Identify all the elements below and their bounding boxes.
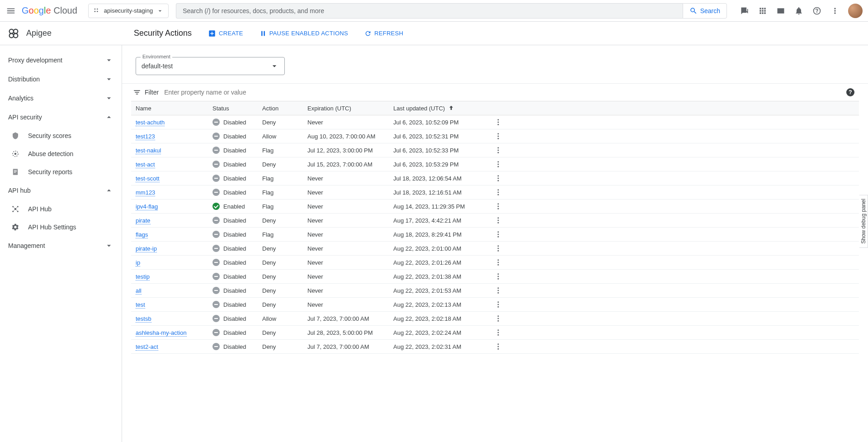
nav-item[interactable]: Security reports (0, 163, 122, 181)
nav-section[interactable]: API security (0, 108, 122, 127)
google-cloud-logo[interactable]: Google Cloud (22, 5, 77, 16)
svg-point-29 (498, 150, 499, 151)
row-menu-button[interactable] (493, 145, 504, 156)
disabled-icon (212, 273, 220, 280)
action-name-link[interactable]: test-act (136, 161, 155, 168)
disabled-icon (212, 147, 220, 154)
row-menu-button[interactable] (493, 257, 504, 268)
nav-section[interactable]: Management (0, 236, 122, 255)
row-menu-button[interactable] (493, 187, 504, 198)
search-button[interactable]: Search (683, 3, 727, 19)
action-name-link[interactable]: test-nakul (136, 147, 161, 154)
action-name-link[interactable]: testsb (136, 315, 151, 323)
row-menu-button[interactable] (493, 313, 504, 324)
action-name-link[interactable]: test (136, 301, 145, 309)
filter-input[interactable] (164, 89, 841, 96)
table-row: test-act Disabled Deny Jul 15, 2023, 7:0… (131, 157, 859, 171)
svg-point-71 (498, 346, 499, 347)
svg-point-64 (498, 315, 499, 317)
col-status[interactable]: Status (212, 105, 262, 112)
action-name-link[interactable]: flags (136, 231, 148, 238)
nav-section[interactable]: Distribution (0, 70, 122, 89)
svg-point-63 (498, 306, 499, 308)
action-name-link[interactable]: test-scott (136, 175, 160, 182)
action-name-link[interactable]: test-achuth (136, 119, 165, 126)
row-menu-button[interactable] (493, 173, 504, 184)
action-cell: Flag (262, 203, 307, 210)
svg-point-12 (14, 153, 17, 155)
svg-point-23 (498, 122, 499, 123)
row-menu-button[interactable] (493, 131, 504, 142)
col-name[interactable]: Name (136, 105, 212, 112)
status-cell: Disabled (212, 189, 262, 196)
svg-point-6 (9, 33, 14, 38)
nav-item[interactable]: Security scores (0, 127, 122, 145)
svg-point-22 (498, 119, 499, 120)
menu-icon[interactable] (5, 5, 16, 16)
table-row: test-achuth Disabled Deny Never Jul 6, 2… (131, 115, 859, 129)
help-icon[interactable] (812, 6, 822, 16)
top-bar: Google Cloud apisecurity-staging Search … (0, 0, 868, 22)
action-name-link[interactable]: ipv4-flag (136, 203, 158, 210)
action-cell: Deny (262, 259, 307, 266)
action-name-link[interactable]: test123 (136, 133, 155, 140)
assistant-icon[interactable] (740, 6, 750, 16)
row-menu-button[interactable] (493, 299, 504, 310)
svg-point-27 (498, 138, 499, 139)
pause-button[interactable]: PAUSE ENABLED ACTIONS (259, 30, 348, 37)
nav-section[interactable]: Proxy development (0, 51, 122, 70)
action-name-link[interactable]: pirate (136, 217, 151, 224)
notifications-icon[interactable] (794, 6, 804, 16)
action-name-link[interactable]: test2-act (136, 343, 158, 351)
row-menu-button[interactable] (493, 117, 504, 128)
row-menu-button[interactable] (493, 341, 504, 352)
action-name-link[interactable]: ashlesha-my-action (136, 329, 187, 337)
expiration-cell: Never (307, 119, 393, 126)
table-row: pirate-ip Disabled Deny Never Aug 22, 20… (131, 242, 859, 256)
environment-select[interactable]: Environment default-test (136, 57, 285, 75)
col-updated[interactable]: Last updated (UTC) (393, 105, 493, 112)
create-button[interactable]: CREATE (208, 29, 243, 38)
table-row: test-scott Disabled Flag Never Jul 18, 2… (131, 171, 859, 185)
expiration-cell: Jul 28, 2023, 5:00:00 PM (307, 329, 393, 336)
action-cell: Deny (262, 245, 307, 252)
page-title-row: Security Actions CREATE PAUSE ENABLED AC… (122, 29, 403, 38)
action-name-link[interactable]: testip (136, 273, 150, 280)
row-menu-button[interactable] (493, 285, 504, 296)
cloud-shell-icon[interactable] (776, 6, 786, 16)
row-menu-button[interactable] (493, 229, 504, 240)
row-menu-button[interactable] (493, 327, 504, 338)
svg-point-46 (498, 231, 499, 233)
row-menu-button[interactable] (493, 201, 504, 212)
project-selector[interactable]: apisecurity-staging (88, 4, 169, 18)
row-menu-button[interactable] (493, 159, 504, 170)
search-wrap: Search (/) for resources, docs, products… (176, 3, 727, 19)
nav-item[interactable]: API Hub (0, 200, 122, 218)
nav-section[interactable]: API hub (0, 181, 122, 200)
enabled-icon (212, 203, 220, 210)
filter-help-icon[interactable]: ? (846, 88, 854, 96)
pause-label: PAUSE ENABLED ACTIONS (269, 30, 348, 37)
action-name-link[interactable]: ip (136, 259, 140, 266)
status-cell: Disabled (212, 175, 262, 182)
row-menu-button[interactable] (493, 215, 504, 226)
filter-label: Filter (133, 88, 159, 96)
user-avatar[interactable] (848, 4, 863, 18)
col-action[interactable]: Action (262, 105, 307, 112)
search-input[interactable]: Search (/) for resources, docs, products… (176, 3, 682, 19)
action-name-link[interactable]: all (136, 287, 142, 295)
action-name-link[interactable]: mm123 (136, 189, 155, 196)
debug-panel-toggle[interactable]: Show debug panel (859, 195, 868, 247)
col-expiration[interactable]: Expiration (UTC) (307, 105, 393, 112)
refresh-button[interactable]: REFRESH (364, 30, 403, 37)
row-menu-button[interactable] (493, 271, 504, 282)
row-menu-button[interactable] (493, 243, 504, 254)
nav-section[interactable]: Analytics (0, 89, 122, 108)
disabled-icon (212, 245, 220, 252)
more-icon[interactable] (830, 6, 840, 16)
svg-point-47 (498, 234, 499, 235)
nav-item[interactable]: Abuse detection (0, 145, 122, 163)
action-name-link[interactable]: pirate-ip (136, 245, 157, 252)
apps-icon[interactable] (758, 6, 768, 16)
nav-item[interactable]: API Hub Settings (0, 218, 122, 236)
